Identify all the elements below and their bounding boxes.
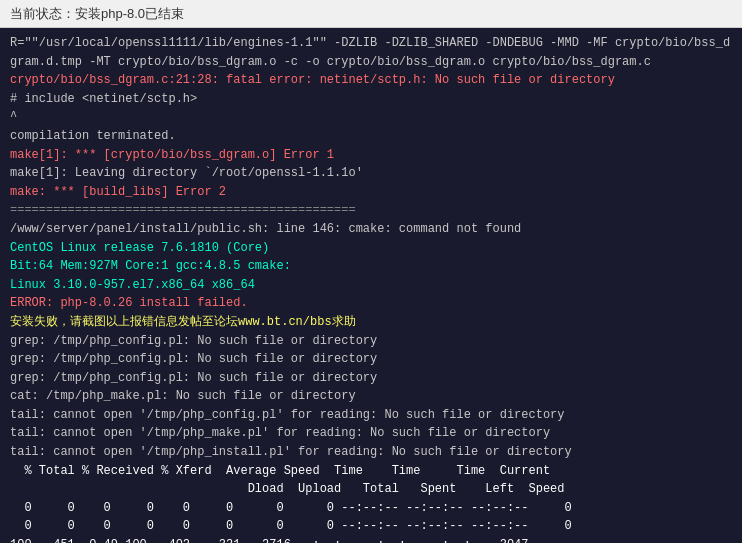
terminal-line: 0 0 0 0 0 0 0 0 --:--:-- --:--:-- --:--:… (10, 517, 732, 536)
terminal-line: cat: /tmp/php_make.pl: No such file or d… (10, 387, 732, 406)
terminal-line: crypto/bio/bss_dgram.c:21:28: fatal erro… (10, 71, 732, 90)
terminal-line: make[1]: *** [crypto/bio/bss_dgram.o] Er… (10, 146, 732, 165)
terminal-line: /www/server/panel/install/public.sh: lin… (10, 220, 732, 239)
terminal-line: grep: /tmp/php_config.pl: No such file o… (10, 369, 732, 388)
terminal-line: 安装失败，请截图以上报错信息发帖至论坛www.bt.cn/bbs求助 (10, 313, 732, 332)
terminal-line: make[1]: Leaving directory `/root/openss… (10, 164, 732, 183)
terminal-line: 0 0 0 0 0 0 0 0 --:--:-- --:--:-- --:--:… (10, 499, 732, 518)
terminal-line: Linux 3.10.0-957.el7.x86_64 x86_64 (10, 276, 732, 295)
status-text: 安装php-8.0已结束 (75, 5, 184, 23)
terminal-line: ERROR: php-8.0.26 install failed. (10, 294, 732, 313)
terminal-output: R=""/usr/local/openssl1111/lib/engines-1… (0, 28, 742, 543)
terminal-line: compilation terminated. (10, 127, 732, 146)
terminal-line: tail: cannot open '/tmp/php_install.pl' … (10, 443, 732, 462)
terminal-line: Bit:64 Mem:927M Core:1 gcc:4.8.5 cmake: (10, 257, 732, 276)
terminal-line: tail: cannot open '/tmp/php_make.pl' for… (10, 424, 732, 443)
terminal-line: ^ (10, 108, 732, 127)
terminal-line: CentOS Linux release 7.6.1810 (Core) (10, 239, 732, 258)
terminal-line: R=""/usr/local/openssl1111/lib/engines-1… (10, 34, 732, 71)
terminal-line: 100 451 0 49 100 402 331 2716 --:--:-- -… (10, 536, 732, 543)
terminal-line: Dload Upload Total Spent Left Speed (10, 480, 732, 499)
terminal-line: make: *** [build_libs] Error 2 (10, 183, 732, 202)
terminal-line: ========================================… (10, 201, 732, 220)
terminal-line: grep: /tmp/php_config.pl: No such file o… (10, 350, 732, 369)
status-bar: 当前状态： 安装php-8.0已结束 (0, 0, 742, 28)
terminal-line: grep: /tmp/php_config.pl: No such file o… (10, 332, 732, 351)
status-label: 当前状态： (10, 5, 75, 23)
terminal-line: % Total % Received % Xferd Average Speed… (10, 462, 732, 481)
terminal-line: tail: cannot open '/tmp/php_config.pl' f… (10, 406, 732, 425)
terminal-line: # include <netinet/sctp.h> (10, 90, 732, 109)
